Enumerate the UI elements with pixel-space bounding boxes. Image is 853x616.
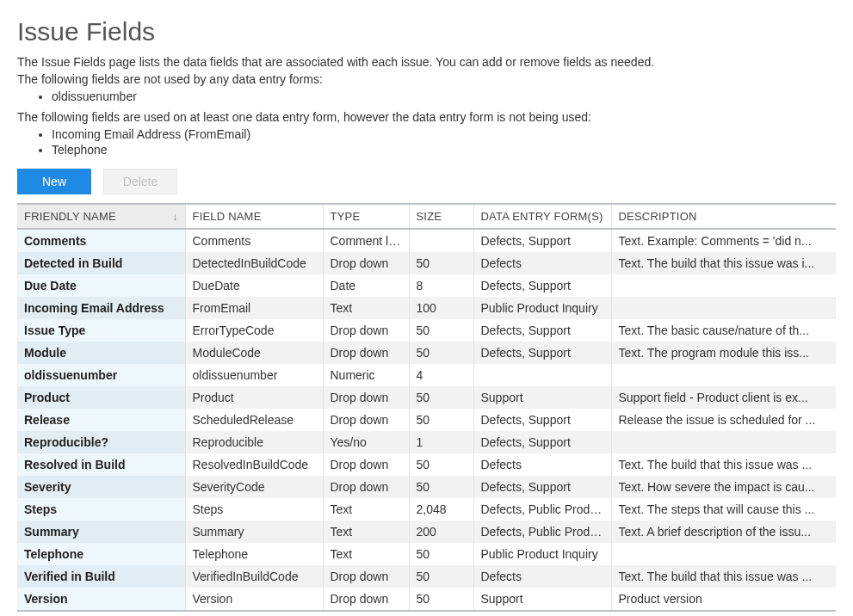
fields-table: FRIENDLY NAME ↓ FIELD NAME TYPE SIZE DAT… (17, 203, 836, 612)
cell-forms: Public Product Inquiry (473, 543, 611, 565)
cell-field-name: FromEmail (185, 297, 323, 319)
cell-size: 50 (409, 319, 473, 342)
cell-size: 50 (409, 565, 473, 588)
cell-type: Drop down (323, 565, 409, 588)
cell-forms: Support (473, 386, 611, 409)
cell-friendly-name: Telephone (17, 543, 185, 565)
cell-size (409, 229, 473, 252)
col-field-name[interactable]: FIELD NAME (185, 204, 323, 229)
cell-field-name: VerifiedInBuildCode (185, 565, 323, 588)
table-row[interactable]: Due DateDueDateDate8Defects, Support (17, 274, 836, 297)
table-row[interactable]: ReleaseScheduledReleaseDrop down50Defect… (17, 409, 836, 431)
cell-description (611, 297, 836, 319)
col-friendly-name[interactable]: FRIENDLY NAME ↓ (17, 204, 185, 229)
cell-friendly-name: Verified in Build (17, 565, 185, 588)
table-row[interactable]: oldissuenumberoldissuenumberNumeric4 (17, 364, 836, 386)
cell-friendly-name: Steps (17, 498, 185, 521)
cell-type: Drop down (323, 342, 409, 364)
page-intro: The Issue Fields page lists the data fie… (17, 55, 836, 69)
cell-field-name: Product (185, 386, 323, 409)
table-row[interactable]: Resolved in BuildResolvedInBuildCodeDrop… (17, 453, 836, 476)
cell-type: Yes/no (323, 431, 409, 453)
col-size[interactable]: SIZE (409, 204, 473, 229)
cell-description: Support field - Product client is ex... (611, 386, 836, 409)
unused-fields-note: The following fields are not used by any… (17, 72, 836, 86)
cell-field-name: ScheduledRelease (185, 409, 323, 431)
cell-description: Text. The build that this issue was i... (611, 252, 836, 274)
unused-form-list: Incoming Email Address (FromEmail) Telep… (17, 127, 836, 157)
cell-type: Drop down (323, 453, 409, 476)
table-row[interactable]: ProductProductDrop down50SupportSupport … (17, 386, 836, 409)
cell-type: Drop down (323, 252, 409, 274)
cell-description: Text. Example: Comments = 'did n... (611, 229, 836, 252)
cell-size: 50 (409, 453, 473, 476)
cell-description: Product version (611, 588, 836, 611)
table-row[interactable]: TelephoneTelephoneText50Public Product I… (17, 543, 836, 565)
table-row[interactable]: Detected in BuildDetectedInBuildCodeDrop… (17, 252, 836, 274)
table-row[interactable]: Reproducible?ReproducibleYes/no1Defects,… (17, 431, 836, 453)
cell-description (611, 431, 836, 453)
col-label: FRIENDLY NAME (24, 210, 116, 223)
cell-forms: Defects, Support (473, 342, 611, 364)
cell-field-name: ModuleCode (185, 342, 323, 364)
cell-type: Drop down (323, 409, 409, 431)
delete-button: Delete (103, 169, 177, 194)
cell-friendly-name: Detected in Build (17, 252, 185, 274)
cell-size: 1 (409, 431, 473, 453)
cell-description: Text. The basic cause/nature of th... (611, 319, 836, 342)
cell-field-name: DetectedInBuildCode (185, 252, 323, 274)
cell-size: 50 (409, 342, 473, 364)
table-row[interactable]: SummarySummaryText200Defects, Public Pro… (17, 521, 836, 543)
list-item: Incoming Email Address (FromEmail) (52, 127, 836, 141)
unused-fields-list: oldissuenumber (17, 89, 836, 103)
cell-friendly-name: Release (17, 409, 185, 431)
cell-size: 50 (409, 409, 473, 431)
cell-friendly-name: Summary (17, 521, 185, 543)
table-row[interactable]: Issue TypeErrorTypeCodeDrop down50Defect… (17, 319, 836, 342)
cell-forms: Support (473, 588, 611, 611)
cell-field-name: Reproducible (185, 431, 323, 453)
table-row[interactable]: SeveritySeverityCodeDrop down50Defects, … (17, 476, 836, 498)
table-row[interactable]: Verified in BuildVerifiedInBuildCodeDrop… (17, 565, 836, 588)
cell-field-name: DueDate (185, 274, 323, 297)
cell-type: Numeric (323, 364, 409, 386)
table-row[interactable]: CommentsCommentsComment logDefects, Supp… (17, 229, 836, 252)
cell-forms: Defects, Support (473, 274, 611, 297)
cell-friendly-name: Incoming Email Address (17, 297, 185, 319)
cell-size: 2,048 (409, 498, 473, 521)
table-row[interactable]: ModuleModuleCodeDrop down50Defects, Supp… (17, 342, 836, 364)
cell-friendly-name: Issue Type (17, 319, 185, 342)
cell-forms: Defects, Support (473, 431, 611, 453)
col-type[interactable]: TYPE (323, 204, 409, 229)
cell-friendly-name: Module (17, 342, 185, 364)
col-description[interactable]: DESCRIPTION (611, 204, 836, 229)
new-button[interactable]: New (17, 169, 91, 194)
cell-type: Drop down (323, 386, 409, 409)
cell-friendly-name: Product (17, 386, 185, 409)
table-row[interactable]: VersionVersionDrop down50SupportProduct … (17, 588, 836, 611)
cell-field-name: Version (185, 588, 323, 611)
table-row[interactable]: Incoming Email AddressFromEmailText100Pu… (17, 297, 836, 319)
sort-down-icon: ↓ (172, 211, 177, 223)
cell-type: Text (323, 498, 409, 521)
cell-description: Release the issue is scheduled for ... (611, 409, 836, 431)
table-row[interactable]: StepsStepsText2,048Defects, Public Produ… (17, 498, 836, 521)
cell-forms: Defects (473, 565, 611, 588)
cell-type: Text (323, 543, 409, 565)
cell-description: Text. The build that this issue was ... (611, 565, 836, 588)
cell-friendly-name: Resolved in Build (17, 453, 185, 476)
cell-forms (473, 364, 611, 386)
cell-field-name: Telephone (185, 543, 323, 565)
col-data-entry-forms[interactable]: DATA ENTRY FORM(S) (473, 204, 611, 229)
cell-forms: Defects, Support (473, 476, 611, 498)
unused-form-note: The following fields are used on at leas… (17, 110, 836, 124)
cell-field-name: SeverityCode (185, 476, 323, 498)
cell-size: 200 (409, 521, 473, 543)
cell-description: Text. How severe the impact is cau... (611, 476, 836, 498)
cell-field-name: Steps (185, 498, 323, 521)
cell-size: 50 (409, 386, 473, 409)
cell-size: 50 (409, 252, 473, 274)
cell-field-name: ResolvedInBuildCode (185, 453, 323, 476)
cell-friendly-name: Severity (17, 476, 185, 498)
cell-type: Text (323, 521, 409, 543)
